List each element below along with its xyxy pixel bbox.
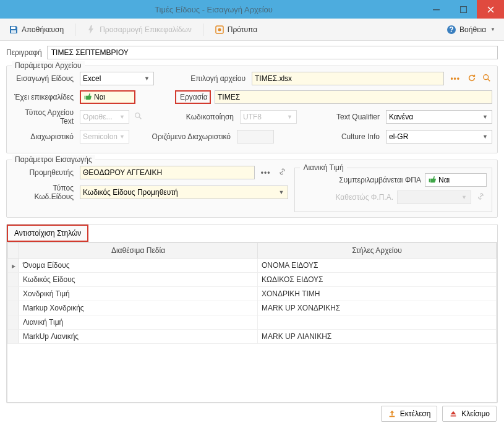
- custom-delim-input[interactable]: [237, 130, 274, 143]
- footer: Εκτέλεση Κλείσιμο: [381, 406, 497, 422]
- separator: [203, 24, 203, 36]
- lightning-icon: [87, 25, 96, 35]
- supplier-label: Προμηθευτής: [12, 168, 76, 177]
- help-label: Βοήθεια: [459, 25, 486, 34]
- chevron-down-icon: ▼: [481, 114, 489, 120]
- save-button[interactable]: Αποθήκευση: [5, 22, 67, 37]
- import-type-select[interactable]: Excel ▼: [80, 72, 154, 85]
- cell-file-col[interactable]: ΟΝΟΜΑ ΕΙΔΟΥΣ: [258, 259, 497, 273]
- cell-available[interactable]: Κωδικός Είδους: [19, 273, 258, 287]
- code-type-select[interactable]: Κωδικός Είδους Προμηθευτή ▼: [80, 186, 288, 199]
- table-row[interactable]: Χονδρική ΤιμήΧΟΝΔΡΙΚΗ ΤΙΜΗ: [8, 287, 497, 301]
- supplier-browse-button[interactable]: •••: [258, 168, 273, 177]
- supplier-text[interactable]: [83, 166, 252, 179]
- table-row[interactable]: Κωδικός ΕίδουςΚΩΔΙΚΟΣ ΕΙΔΟΥΣ: [8, 273, 497, 287]
- cell-available[interactable]: Χονδρική Τιμή: [19, 287, 258, 301]
- text-type-select[interactable]: Οριοθε... ▼: [80, 110, 129, 124]
- window-title: Τιμές Είδους - Εισαγωγή Αρχείου: [5, 5, 422, 14]
- row-gutter: [8, 259, 19, 273]
- encoding-value: UTF8: [243, 113, 262, 121]
- vat-rate-label: Καθεστώς Φ.Π.Α.: [300, 193, 393, 202]
- col-available[interactable]: Διαθέσιμα Πεδία: [19, 243, 258, 259]
- table-gutter-header: [8, 243, 19, 259]
- table-row[interactable]: Λιανική Τιμή: [8, 315, 497, 330]
- maximize-button[interactable]: [450, 0, 477, 19]
- cell-available[interactable]: Όνομα Είδους: [19, 259, 258, 273]
- adapt-headers-button[interactable]: Προσαρμογή Επικεφαλίδων: [83, 22, 195, 37]
- file-path-text[interactable]: [255, 72, 441, 85]
- task-text[interactable]: [218, 91, 489, 103]
- cell-file-col[interactable]: [258, 315, 497, 330]
- svg-rect-12: [389, 416, 395, 417]
- adapt-headers-label: Προσαρμογή Επικεφαλίδων: [100, 25, 192, 34]
- encoding-label: Κωδικοποίηση: [163, 113, 236, 121]
- cell-file-col[interactable]: ΚΩΔΙΚΟΣ ΕΙΔΟΥΣ: [258, 273, 497, 287]
- titlebar: Τιμές Είδους - Εισαγωγή Αρχείου: [0, 0, 504, 19]
- save-label: Αποθήκευση: [22, 25, 64, 34]
- chevron-down-icon: ▼: [490, 27, 495, 32]
- tab-column-mapping[interactable]: Αντιστοίχιση Στηλών: [7, 225, 88, 242]
- description-input[interactable]: [47, 46, 498, 59]
- minimize-button[interactable]: [422, 0, 450, 19]
- delimiter-label: Διαχωριστικό: [12, 132, 76, 141]
- svg-rect-0: [433, 9, 440, 11]
- row-gutter: [8, 330, 19, 344]
- text-qualifier-select[interactable]: Κανένα ▼: [386, 110, 492, 124]
- templates-label: Πρότυπα: [228, 25, 257, 34]
- cell-file-col[interactable]: MARK UP ΛΙΑΝΙΚΗΣ: [258, 330, 497, 344]
- col-file[interactable]: Στήλες Αρχείου: [258, 243, 497, 259]
- import-params-group: Παράμετροι Εισαγωγής Προμηθευτής ••• Τύπ…: [6, 160, 498, 218]
- table-row[interactable]: Markup ΧονδρικήςMARK UP ΧΟΝΔΡΙΚΗΣ: [8, 301, 497, 315]
- vat-included-value: Ναι: [438, 176, 450, 184]
- vat-included-toggle[interactable]: Ναι: [425, 173, 487, 187]
- close-footer-button[interactable]: Κλείσιμο: [442, 406, 497, 422]
- text-qualifier-label: Text Qualifier: [328, 113, 382, 121]
- delimiter-value: Semicolon: [83, 132, 117, 141]
- tab-label: Αντιστοίχιση Στηλών: [14, 229, 81, 238]
- encoding-select[interactable]: UTF8 ▼: [240, 110, 297, 124]
- table-row[interactable]: MarkUp ΛιανικήςMARK UP ΛΙΑΝΙΚΗΣ: [8, 330, 497, 344]
- task-input[interactable]: [215, 90, 492, 104]
- chevron-down-icon: ▼: [460, 194, 468, 200]
- has-headers-label: Έχει επικεφαλίδες: [12, 93, 76, 101]
- delimiter-select[interactable]: Semicolon ▼: [80, 130, 129, 143]
- chevron-down-icon: ▼: [286, 114, 294, 120]
- refresh-icon[interactable]: [466, 74, 477, 84]
- import-type-value: Excel: [83, 74, 101, 83]
- link-icon[interactable]: [475, 192, 487, 202]
- code-type-label: Τύπος Κωδ.Είδους: [12, 184, 76, 201]
- table-row[interactable]: Όνομα ΕίδουςΟΝΟΜΑ ΕΙΔΟΥΣ: [8, 259, 497, 273]
- link-icon[interactable]: [276, 168, 288, 178]
- culture-select[interactable]: el-GR ▼: [386, 130, 492, 143]
- vat-included-label: Συμπεριλαμβάνεται ΦΠΑ: [300, 176, 421, 184]
- custom-delim-label: Οριζόμενο Διαχωριστικό: [140, 132, 233, 141]
- close-footer-label: Κλείσιμο: [461, 409, 490, 418]
- chevron-down-icon: ▼: [118, 134, 126, 140]
- help-button[interactable]: ? Βοήθεια ▼: [443, 22, 499, 37]
- cell-available[interactable]: Λιανική Τιμή: [19, 315, 258, 330]
- chevron-down-icon: ▼: [118, 114, 126, 120]
- text-type-value: Οριοθε...: [83, 113, 113, 121]
- window-controls: [422, 0, 504, 19]
- svg-point-5: [218, 28, 221, 31]
- file-path-input[interactable]: [252, 72, 444, 85]
- templates-button[interactable]: Πρότυπα: [211, 22, 261, 37]
- supplier-input[interactable]: [80, 166, 255, 179]
- cell-available[interactable]: Markup Χονδρικής: [19, 301, 258, 315]
- browse-button[interactable]: •••: [448, 74, 463, 83]
- search-icon[interactable]: [133, 112, 143, 122]
- vat-rate-select: ▼: [397, 190, 471, 204]
- mapping-table: Διαθέσιμα Πεδία Στήλες Αρχείου Όνομα Είδ…: [7, 242, 497, 344]
- svg-point-8: [484, 74, 489, 79]
- cell-available[interactable]: MarkUp Λιανικής: [19, 330, 258, 344]
- custom-delim-text[interactable]: [240, 131, 271, 143]
- cell-file-col[interactable]: MARK UP ΧΟΝΔΡΙΚΗΣ: [258, 301, 497, 315]
- svg-text:?: ?: [449, 25, 453, 34]
- close-button[interactable]: [477, 0, 504, 19]
- execute-button[interactable]: Εκτέλεση: [381, 406, 438, 422]
- row-gutter: [8, 287, 19, 301]
- search-icon[interactable]: [481, 74, 492, 84]
- has-headers-toggle[interactable]: Ναι: [80, 90, 135, 104]
- upload-icon: [388, 409, 396, 418]
- cell-file-col[interactable]: ΧΟΝΔΡΙΚΗ ΤΙΜΗ: [258, 287, 497, 301]
